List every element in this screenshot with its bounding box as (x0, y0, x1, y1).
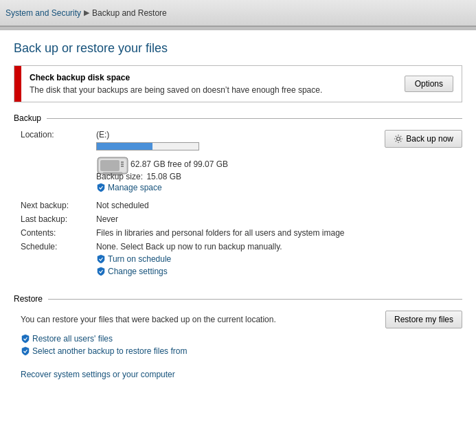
shield-icon-restore-all (21, 334, 30, 344)
schedule-row: Schedule: None. Select Back up now to ru… (21, 242, 385, 276)
contents-value: Files in libraries and personal folders … (96, 228, 385, 238)
svg-rect-4 (121, 164, 124, 165)
warning-button-area: Options (396, 66, 462, 102)
turn-on-schedule-row: Turn on schedule (96, 254, 385, 264)
breadcrumb-parent-link[interactable]: System and Security (5, 8, 81, 18)
next-backup-row: Next backup: Not scheduled (21, 201, 385, 210)
last-backup-label: Last backup: (21, 214, 96, 224)
shield-icon-settings (96, 267, 106, 276)
backup-size-value: 15.08 GB (146, 172, 181, 181)
schedule-value-block: None. Select Back up now to run backup m… (96, 242, 385, 276)
location-row: Location: (E:) (21, 130, 385, 139)
progress-bar-fill (97, 143, 152, 150)
backup-right: Back up now (385, 130, 462, 280)
options-button[interactable]: Options (405, 76, 453, 92)
backup-section-line (47, 118, 462, 119)
restore-section-label: Restore (14, 294, 43, 304)
restore-all-users-link[interactable]: Restore all users' files (21, 334, 462, 344)
shield-icon-manage (96, 183, 106, 192)
schedule-text: None. Select Back up now to run backup m… (96, 242, 385, 251)
schedule-label: Schedule: (21, 242, 96, 276)
recover-row: Recover system settings or your computer (14, 363, 462, 379)
turn-on-schedule-link[interactable]: Turn on schedule (96, 254, 385, 264)
backup-now-label: Back up now (406, 134, 453, 144)
manage-space-row: Manage space (96, 183, 385, 192)
warning-content: Check backup disk space The disk that yo… (21, 66, 396, 102)
backup-size-label: Backup size: (96, 172, 143, 181)
breadcrumb-separator: ▶ (84, 8, 89, 17)
select-another-backup-link[interactable]: Select another backup to restore files f… (21, 346, 462, 356)
manage-space-link[interactable]: Manage space (96, 183, 385, 192)
backup-section-header: Backup (14, 113, 462, 123)
recover-system-link[interactable]: Recover system settings or your computer (14, 370, 175, 379)
restore-my-files-button[interactable]: Restore my files (385, 311, 462, 328)
next-backup-value: Not scheduled (96, 201, 385, 210)
change-settings-link[interactable]: Change settings (96, 267, 385, 276)
backup-content: Location: (E:) (14, 130, 462, 280)
svg-rect-3 (121, 161, 124, 163)
backup-gear-icon (394, 134, 403, 144)
restore-section-line (48, 299, 462, 300)
backup-now-button[interactable]: Back up now (385, 130, 462, 148)
svg-rect-2 (100, 160, 120, 171)
breadcrumb-current: Backup and Restore (92, 8, 167, 18)
contents-label: Contents: (21, 228, 96, 238)
backup-size-row: Backup size: 15.08 GB (96, 172, 385, 181)
last-backup-row: Last backup: Never (21, 214, 385, 224)
backup-left: Location: (E:) (21, 130, 385, 280)
svg-rect-5 (121, 166, 124, 167)
next-backup-label: Next backup: (21, 201, 96, 210)
info-rows: Next backup: Not scheduled Last backup: … (21, 201, 385, 276)
restore-section: Restore You can restore your files that … (14, 294, 462, 356)
page-title: Back up or restore your files (14, 41, 462, 56)
shield-icon-select-backup (21, 346, 30, 356)
restore-top-row: You can restore your files that were bac… (21, 311, 462, 328)
restore-links: Restore all users' files Select another … (21, 334, 462, 356)
shield-icon-schedule (96, 254, 106, 264)
breadcrumb-bar: System and Security ▶ Backup and Restore (0, 0, 476, 26)
backup-section-label: Backup (14, 113, 41, 123)
change-settings-row: Change settings (96, 267, 385, 276)
contents-row: Contents: Files in libraries and persona… (21, 228, 385, 238)
warning-box: Check backup disk space The disk that yo… (14, 65, 462, 102)
backup-section: Backup Location: (E:) (14, 113, 462, 280)
restore-section-header: Restore (14, 294, 462, 304)
svg-point-7 (397, 137, 400, 141)
progress-bar-container (96, 142, 199, 150)
location-label: Location: (21, 130, 96, 139)
disk-free-text: 62.87 GB free of 99.07 GB (131, 159, 385, 169)
restore-content: You can restore your files that were bac… (14, 311, 462, 356)
main-content: Back up or restore your files Check back… (0, 30, 476, 448)
warning-red-bar (14, 66, 21, 102)
location-drive: (E:) (96, 130, 109, 139)
last-backup-value: Never (96, 214, 385, 224)
warning-text: The disk that your backups are being sav… (30, 85, 388, 95)
restore-description: You can restore your files that were bac… (21, 315, 385, 324)
warning-title: Check backup disk space (30, 73, 388, 82)
